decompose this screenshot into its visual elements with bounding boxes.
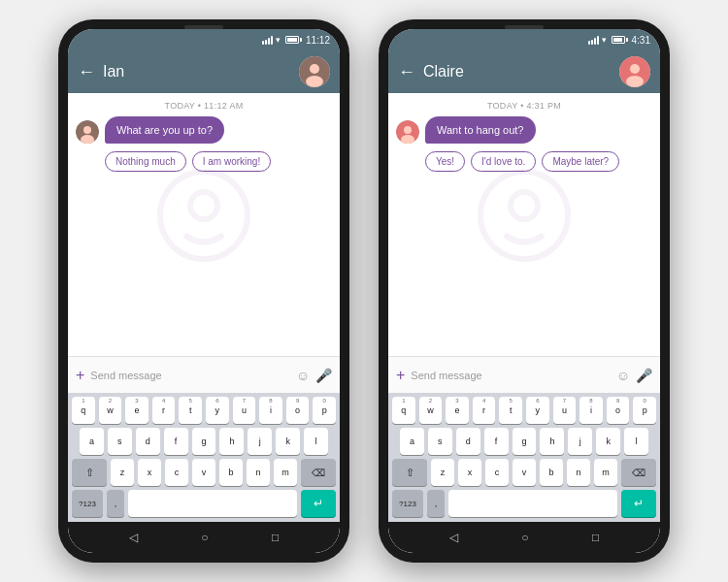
key-k-1[interactable]: k xyxy=(276,428,300,455)
key-x-1[interactable]: x xyxy=(138,459,161,486)
key-w-1[interactable]: 2w xyxy=(99,397,122,424)
key-g-2[interactable]: g xyxy=(513,428,537,455)
key-i-2[interactable]: 8i xyxy=(579,397,603,424)
backspace-key-1[interactable]: ⌫ xyxy=(301,459,336,486)
contact-name-1: Ian xyxy=(103,63,291,81)
shift-key-1[interactable]: ⇧ xyxy=(72,459,107,486)
emoji-button-2[interactable]: ☺ xyxy=(616,368,630,383)
key-j-2[interactable]: j xyxy=(568,428,592,455)
key-n-1[interactable]: n xyxy=(247,459,270,486)
key-i-1[interactable]: 8i xyxy=(259,397,282,424)
mic-button-2[interactable]: 🎤 xyxy=(636,368,652,383)
enter-key-2[interactable]: ↵ xyxy=(621,490,656,517)
status-icons-1: ▾ 11:12 xyxy=(262,35,330,46)
nav-bar-1: ◁ ○ □ xyxy=(68,522,340,553)
key-b-1[interactable]: b xyxy=(219,459,243,486)
back-button-1[interactable]: ← xyxy=(78,63,95,81)
add-button-2[interactable]: + xyxy=(396,368,405,383)
svg-point-12 xyxy=(511,192,538,219)
message-input-1[interactable]: Send message xyxy=(90,370,289,381)
recents-nav-2[interactable]: □ xyxy=(592,531,599,544)
key-m-1[interactable]: m xyxy=(274,459,297,486)
key-m-2[interactable]: m xyxy=(594,459,617,486)
key-r-2[interactable]: 4r xyxy=(473,397,496,424)
key-q-2[interactable]: 1q xyxy=(392,397,415,424)
shift-key-2[interactable]: ⇧ xyxy=(392,459,427,486)
key-d-1[interactable]: d xyxy=(136,428,160,455)
chip-2-1[interactable]: Yes! xyxy=(425,151,465,172)
key-c-1[interactable]: c xyxy=(165,459,188,486)
svg-point-9 xyxy=(630,64,640,74)
key-z-1[interactable]: z xyxy=(111,459,134,486)
key-k-2[interactable]: k xyxy=(596,428,620,455)
home-nav-1[interactable]: ○ xyxy=(201,531,208,544)
key-y-2[interactable]: 6y xyxy=(526,397,549,424)
nav-bar-2: ◁ ○ □ xyxy=(388,522,660,553)
comma-key-2[interactable]: , xyxy=(427,490,445,517)
svg-point-14 xyxy=(404,126,412,134)
key-l-1[interactable]: l xyxy=(304,428,328,455)
numbers-key-1[interactable]: ?123 xyxy=(72,490,103,517)
mic-button-1[interactable]: 🎤 xyxy=(315,368,332,383)
add-button-1[interactable]: + xyxy=(76,368,84,383)
spacebar-2[interactable] xyxy=(448,490,617,517)
enter-key-1[interactable]: ↵ xyxy=(301,490,336,517)
app-bar-1: ← Ian xyxy=(68,50,340,93)
key-x-2[interactable]: x xyxy=(458,459,481,486)
key-n-2[interactable]: n xyxy=(567,459,590,486)
key-p-1[interactable]: 0p xyxy=(313,397,336,424)
key-e-2[interactable]: 3e xyxy=(446,397,469,424)
key-b-2[interactable]: b xyxy=(540,459,563,486)
key-e-1[interactable]: 3e xyxy=(125,397,149,424)
key-y-1[interactable]: 6y xyxy=(206,397,229,424)
emoji-button-1[interactable]: ☺ xyxy=(296,368,310,383)
back-button-2[interactable]: ← xyxy=(398,63,415,81)
key-a-2[interactable]: a xyxy=(400,428,424,455)
status-bar-1: ▾ 11:12 xyxy=(68,29,340,50)
back-nav-2[interactable]: ◁ xyxy=(449,531,458,544)
date-divider-2: TODAY • 4:31 PM xyxy=(388,93,660,114)
viber-watermark-1 xyxy=(155,167,252,264)
key-v-2[interactable]: v xyxy=(513,459,536,486)
key-t-1[interactable]: 5t xyxy=(179,397,202,424)
key-v-1[interactable]: v xyxy=(192,459,215,486)
incoming-bubble-2: Want to hang out? xyxy=(425,116,536,144)
battery-icon-2 xyxy=(612,36,625,44)
key-u-2[interactable]: 7u xyxy=(553,397,577,424)
back-nav-1[interactable]: ◁ xyxy=(129,531,138,544)
comma-key-1[interactable]: , xyxy=(107,490,124,517)
key-z-2[interactable]: z xyxy=(431,459,454,486)
key-c-2[interactable]: c xyxy=(485,459,509,486)
svg-point-10 xyxy=(626,76,644,87)
key-l-2[interactable]: l xyxy=(624,428,648,455)
message-input-2[interactable]: Send message xyxy=(411,370,610,381)
key-p-2[interactable]: 0p xyxy=(633,397,656,424)
backspace-key-2[interactable]: ⌫ xyxy=(621,459,656,486)
key-r-1[interactable]: 4r xyxy=(152,397,176,424)
avatar-2[interactable] xyxy=(619,56,650,87)
key-j-1[interactable]: j xyxy=(248,428,272,455)
recents-nav-1[interactable]: □ xyxy=(272,531,279,544)
key-a-1[interactable]: a xyxy=(80,428,104,455)
key-q-1[interactable]: 1q xyxy=(72,397,95,424)
svg-point-3 xyxy=(160,172,248,259)
key-o-2[interactable]: 9o xyxy=(607,397,630,424)
key-h-2[interactable]: h xyxy=(540,428,564,455)
key-s-2[interactable]: s xyxy=(428,428,452,455)
key-d-2[interactable]: d xyxy=(456,428,480,455)
key-w-2[interactable]: 2w xyxy=(419,397,443,424)
message-input-bar-2: + Send message ☺ 🎤 xyxy=(388,356,660,393)
numbers-key-2[interactable]: ?123 xyxy=(392,490,423,517)
key-u-1[interactable]: 7u xyxy=(233,397,256,424)
key-s-1[interactable]: s xyxy=(108,428,132,455)
key-g-1[interactable]: g xyxy=(192,428,216,455)
key-h-1[interactable]: h xyxy=(219,428,244,455)
keyboard-bottom-1: ?123 , ↵ xyxy=(72,490,336,517)
key-o-1[interactable]: 9o xyxy=(286,397,310,424)
avatar-1[interactable] xyxy=(299,56,330,87)
key-f-1[interactable]: f xyxy=(164,428,188,455)
key-t-2[interactable]: 5t xyxy=(499,397,522,424)
spacebar-1[interactable] xyxy=(128,490,297,517)
key-f-2[interactable]: f xyxy=(484,428,509,455)
home-nav-2[interactable]: ○ xyxy=(521,531,528,544)
